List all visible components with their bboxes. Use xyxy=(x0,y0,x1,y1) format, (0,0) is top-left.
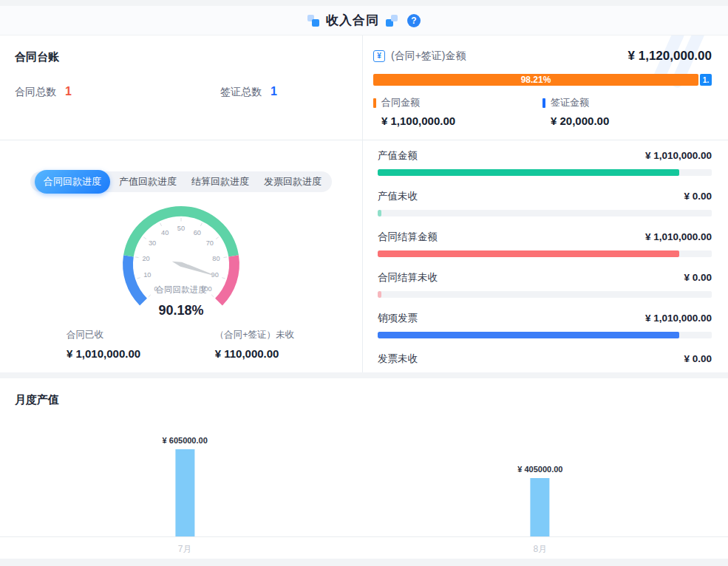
visa-amount-bar: 1. xyxy=(700,74,712,86)
tab-发票回款进度[interactable]: 发票回款进度 xyxy=(256,175,329,188)
invoice-icon: ¥ xyxy=(373,50,385,62)
stat-label: 产值金额 xyxy=(378,149,418,163)
stats-panel: 产值金额¥ 1,010,000.00产值未收¥ 0.00合同结算金额¥ 1,01… xyxy=(363,140,728,372)
stat-track xyxy=(378,250,712,257)
stat-value: ¥ 0.00 xyxy=(684,272,712,283)
gauge-tick xyxy=(211,295,214,297)
contract-amount-value: ¥ 1,100,000.00 xyxy=(373,115,542,127)
stats-rows: 产值金额¥ 1,010,000.00产值未收¥ 0.00合同结算金额¥ 1,01… xyxy=(378,149,712,372)
stat-row: 产值未收¥ 0.00 xyxy=(378,190,712,216)
title-decor-right-icon xyxy=(386,15,398,27)
stat-fill xyxy=(378,291,381,298)
amount-ratio-bar: 98.21% 1. xyxy=(373,74,712,86)
gauge-tick xyxy=(216,237,219,239)
gauge-tick xyxy=(149,295,151,297)
gauge-tick-label: 10 xyxy=(143,271,151,279)
contract-count-value: 1 xyxy=(65,85,72,98)
unreceived-value: ¥ 110,000.00 xyxy=(215,347,294,360)
contract-amount-legend: 合同金额 ¥ 1,100,000.00 xyxy=(373,96,542,127)
collection-gauge-chart: 0102030405060708090100合同回款进度 xyxy=(103,200,259,306)
unreceived-block: （合同+签证）未收 ¥ 110,000.00 xyxy=(215,329,294,360)
contract-amount-marker xyxy=(373,98,376,108)
gauge-tick xyxy=(143,237,146,239)
gauge-segment xyxy=(128,256,143,301)
bar-category-label: 8月 xyxy=(534,543,548,556)
summary-total-value: ¥ 1,120,000.00 xyxy=(628,49,712,64)
page-header: 收入合同 ? xyxy=(0,6,728,35)
bar[interactable] xyxy=(531,478,550,536)
visa-count-item: 签证总数 1 xyxy=(220,85,277,99)
stat-track xyxy=(378,210,712,216)
tab-结算回款进度[interactable]: 结算回款进度 xyxy=(184,175,256,188)
stat-value: ¥ 0.00 xyxy=(684,353,712,364)
bar-category-label: 7月 xyxy=(178,543,192,556)
gauge-tick-label: 50 xyxy=(177,225,185,232)
gauge-tick xyxy=(223,257,227,258)
stat-track xyxy=(378,291,712,298)
stat-row: 销项发票¥ 1,010,000.00 xyxy=(378,312,712,338)
stat-row: 合同结算未收¥ 0.00 xyxy=(378,271,712,298)
monthly-bar-chart: ¥ 605000.007月¥ 405000.008月 xyxy=(0,417,728,537)
gauge-pointer xyxy=(172,262,220,278)
help-icon[interactable]: ? xyxy=(407,14,421,27)
stat-fill xyxy=(378,250,679,257)
stat-fill xyxy=(378,169,679,176)
gauge-tick xyxy=(137,278,140,279)
stat-fill xyxy=(378,332,679,338)
gauge-tick xyxy=(135,257,139,258)
gauge-title: 合同回款进度 xyxy=(155,285,207,294)
progress-tabs: 合同回款进度产值回款进度结算回款进度发票回款进度 xyxy=(30,171,332,192)
gauge-tick xyxy=(160,223,162,226)
gauge-tick-label: 20 xyxy=(142,255,149,262)
visa-amount-label: 签证金额 xyxy=(551,96,589,109)
received-label: 合同已收 xyxy=(67,329,140,341)
stat-label: 合同结算未收 xyxy=(378,271,438,284)
gauge-segment xyxy=(219,256,234,301)
stat-value: ¥ 1,010,000.00 xyxy=(645,313,712,324)
contract-amount-label: 合同金额 xyxy=(381,96,420,109)
monthly-output-panel: 月度产值 ¥ 605000.007月¥ 405000.008月 xyxy=(0,378,728,559)
received-value: ¥ 1,010,000.00 xyxy=(67,347,140,360)
amount-summary-panel: ¥ (合同+签证)金额 ¥ 1,120,000.00 98.21% 1. 合同金… xyxy=(363,35,728,140)
visa-amount-value: ¥ 20,000.00 xyxy=(542,115,712,127)
monthly-title: 月度产值 xyxy=(15,393,728,407)
stat-label: 合同结算金额 xyxy=(378,231,438,244)
visa-amount-legend: 签证金额 ¥ 20,000.00 xyxy=(542,96,712,127)
collection-progress-panel: 合同回款进度产值回款进度结算回款进度发票回款进度 010203040506070… xyxy=(0,140,362,372)
bar[interactable] xyxy=(175,449,194,536)
stat-track xyxy=(378,169,712,176)
ledger-title: 合同台账 xyxy=(15,50,347,64)
tab-产值回款进度[interactable]: 产值回款进度 xyxy=(112,175,184,188)
bar-data-label: ¥ 405000.00 xyxy=(517,465,562,474)
gauge-tick-label: 60 xyxy=(194,229,201,236)
gauge-tick-label: 70 xyxy=(206,239,214,247)
stat-label: 发票未收 xyxy=(378,352,418,366)
bar-group-7月: ¥ 605000.007月 xyxy=(163,436,208,536)
stat-row: 发票未收¥ 0.00 xyxy=(378,352,712,372)
gauge-tick-label: 80 xyxy=(212,255,220,262)
gauge-tick xyxy=(222,278,225,279)
stat-label: 产值未收 xyxy=(378,190,418,203)
gauge-tick-label: 40 xyxy=(161,229,169,236)
unreceived-label: （合同+签证）未收 xyxy=(215,329,294,341)
stat-fill xyxy=(378,210,381,216)
tab-合同回款进度[interactable]: 合同回款进度 xyxy=(35,170,110,194)
visa-amount-marker xyxy=(542,98,545,108)
stat-track xyxy=(378,332,712,338)
title-decor-left-icon xyxy=(307,15,319,27)
bar-data-label: ¥ 605000.00 xyxy=(163,436,208,445)
visa-count-label: 签证总数 xyxy=(220,86,262,99)
stat-value: ¥ 1,010,000.00 xyxy=(645,150,712,161)
contract-ledger-panel: 合同台账 合同总数 1 签证总数 1 xyxy=(0,35,362,140)
gauge-tick xyxy=(200,223,202,226)
visa-count-value: 1 xyxy=(271,85,277,98)
bar-group-8月: ¥ 405000.008月 xyxy=(517,465,562,536)
contract-count-label: 合同总数 xyxy=(15,86,56,99)
stat-value: ¥ 0.00 xyxy=(684,191,712,202)
contract-amount-bar: 98.21% xyxy=(373,74,698,86)
stat-row: 产值金额¥ 1,010,000.00 xyxy=(378,149,712,176)
stat-label: 销项发票 xyxy=(378,312,418,325)
summary-label: (合同+签证)金额 xyxy=(391,50,466,63)
contract-count-item: 合同总数 1 xyxy=(15,85,72,99)
dashboard-grid: 合同台账 合同总数 1 签证总数 1 ¥ (合同+签证)金额 ¥ 1,120,0… xyxy=(0,35,728,372)
